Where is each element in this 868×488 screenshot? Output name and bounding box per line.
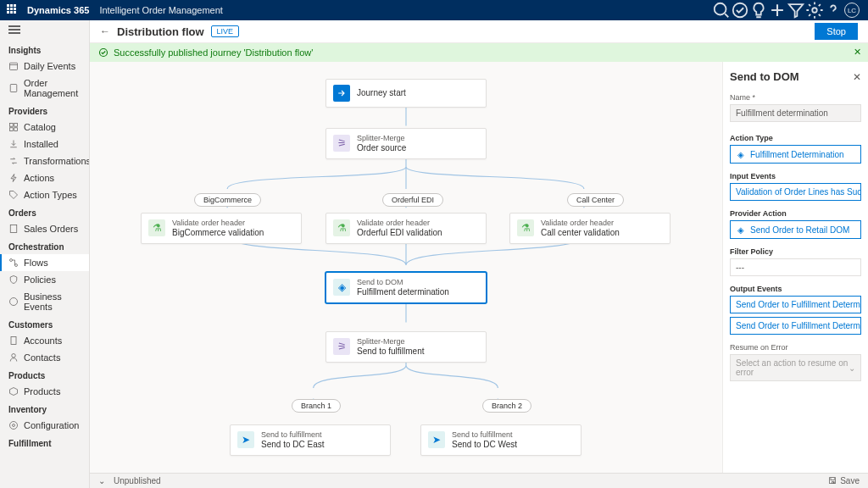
sidebar-item-policies[interactable]: Policies	[0, 271, 89, 288]
help-icon[interactable]	[824, 0, 843, 20]
bulb-icon[interactable]	[749, 0, 768, 20]
sidebar-item-order-mgmt[interactable]: Order Management	[0, 75, 89, 102]
sidebar-item-configuration[interactable]: Configuration	[0, 417, 89, 434]
flow-canvas[interactable]: Journey start ⚞ Splitter-MergeOrder sour…	[90, 62, 722, 488]
resume-select[interactable]: Select an action to resume on error ⌄	[730, 354, 861, 381]
start-icon	[333, 85, 350, 102]
sidebar-item-accounts[interactable]: Accounts	[0, 332, 89, 349]
sidebar-item-label: Sales Orders	[24, 224, 78, 234]
sidebar-item-label: Order Management	[24, 78, 81, 98]
sidebar-section: Fulfillment	[0, 434, 89, 451]
filter-icon[interactable]	[787, 0, 805, 20]
sidebar-item-actions[interactable]: Actions	[0, 169, 89, 186]
node-subtitle: Validate order header	[541, 219, 620, 228]
sidebar-item-daily-events[interactable]: Daily Events	[0, 58, 89, 75]
svg-point-15	[13, 424, 15, 427]
sidebar-item-action-types[interactable]: Action Types	[0, 186, 89, 203]
field-label: Filter Policy	[730, 247, 861, 256]
sidebar-item-catalog[interactable]: Catalog	[0, 119, 89, 136]
banner-close-icon[interactable]: ✕	[854, 47, 861, 58]
action-type-value[interactable]: ◈Fulfillment Determination	[730, 145, 861, 164]
add-icon[interactable]	[768, 0, 787, 20]
status-bar: ⌄ Unpublished 🖫 Save	[90, 473, 868, 488]
save-label[interactable]: Save	[840, 476, 860, 485]
node-title: Send to DC East	[261, 440, 324, 450]
node-subtitle: Send to fulfillment	[452, 430, 517, 440]
node-title: Orderful EDI validation	[357, 228, 442, 238]
node-subtitle: Send to fulfillment	[261, 430, 324, 440]
name-input[interactable]	[730, 104, 861, 122]
sidebar-section: Providers	[0, 102, 89, 119]
gear-icon[interactable]	[805, 0, 824, 20]
splitter-icon: ⚞	[333, 135, 350, 152]
sidebar-section: Inventory	[0, 400, 89, 417]
avatar[interactable]: LC	[843, 0, 861, 20]
calendar-icon	[8, 61, 19, 71]
svg-point-2	[812, 8, 817, 13]
sidebar-item-installed[interactable]: Installed	[0, 136, 89, 152]
node-title: Order source	[357, 143, 406, 153]
pill-branch-2[interactable]: Branch 2	[482, 399, 531, 413]
grid-icon	[8, 122, 19, 132]
node-send-to-fulfillment[interactable]: ⚞ Splitter-MergeSend to fulfillment	[326, 331, 487, 363]
hamburger-icon[interactable]	[0, 20, 89, 41]
sidebar-item-products[interactable]: Products	[0, 383, 89, 400]
box-icon	[8, 386, 19, 396]
document-icon	[8, 224, 19, 234]
node-journey-start[interactable]: Journey start	[326, 79, 487, 108]
sidebar-item-label: Business Events	[24, 291, 81, 312]
person-icon	[8, 352, 19, 363]
output-event-value[interactable]: Send Order to Fulfillment Determination …	[730, 317, 861, 335]
node-edi-validation[interactable]: ⚗ Validate order headerOrderful EDI vali…	[326, 213, 487, 244]
sidebar-item-flows[interactable]: Flows	[0, 254, 89, 271]
flask-icon: ⚗	[148, 219, 165, 236]
pill-bigcommerce[interactable]: BigCommerce	[194, 193, 261, 207]
panel-close-icon[interactable]: ✕	[853, 71, 861, 83]
output-event-value[interactable]: Send Order to Fulfillment Determination …	[730, 296, 861, 313]
tag-icon	[8, 190, 19, 200]
sidebar-item-transformations[interactable]: Transformations	[0, 152, 89, 169]
pill-call-center[interactable]: Call Center	[567, 193, 624, 207]
sidebar-item-business-events[interactable]: Business Events	[0, 288, 89, 315]
shield-icon	[8, 274, 19, 285]
sidebar-item-label: Catalog	[24, 122, 56, 132]
pill-orderful-edi[interactable]: Orderful EDI	[382, 193, 443, 207]
send-icon: ➤	[237, 431, 254, 448]
sidebar-item-label: Actions	[24, 173, 54, 183]
save-icon[interactable]: 🖫	[828, 476, 837, 485]
svg-rect-8	[14, 128, 18, 131]
node-send-dc-west[interactable]: ➤ Send to fulfillmentSend to DC West	[420, 424, 581, 456]
gear-icon	[8, 420, 19, 430]
check-circle-icon	[98, 47, 108, 58]
sidebar-item-label: Contacts	[24, 352, 60, 363]
task-icon[interactable]	[731, 0, 749, 20]
banner-message: Successfully published journey 'Distribu…	[114, 47, 313, 58]
node-subtitle: Validate order header	[172, 219, 264, 228]
node-send-dc-east[interactable]: ➤ Send to fulfillmentSend to DC East	[230, 424, 391, 456]
node-send-to-dom[interactable]: ◈ Send to DOMFulfillment determination	[326, 272, 487, 303]
back-icon[interactable]: ←	[100, 25, 110, 37]
sidebar-item-contacts[interactable]: Contacts	[0, 349, 89, 366]
node-title: Journey start	[357, 88, 406, 98]
node-title: Call center validation	[541, 228, 620, 238]
field-label: Provider Action	[730, 209, 861, 218]
field-label: Output Events	[730, 285, 861, 293]
node-title: Send to DC West	[452, 440, 517, 450]
app-launcher-icon[interactable]	[7, 4, 19, 16]
provider-action-value[interactable]: ◈Send Order to Retail DOM	[730, 220, 861, 239]
svg-point-16	[10, 422, 18, 430]
sidebar-item-sales-orders[interactable]: Sales Orders	[0, 220, 89, 237]
filter-policy-value[interactable]: ---	[730, 258, 861, 276]
chevron-down-icon[interactable]: ⌄	[98, 476, 105, 485]
search-icon[interactable]	[712, 0, 731, 20]
sidebar-section: Orchestration	[0, 237, 89, 254]
status-text: Unpublished	[114, 476, 161, 485]
node-order-source[interactable]: ⚞ Splitter-MergeOrder source	[326, 128, 487, 159]
node-bigcommerce-validation[interactable]: ⚗ Validate order headerBigCommerce valid…	[141, 213, 302, 244]
stop-button[interactable]: Stop	[815, 23, 858, 40]
flow-icon	[8, 258, 19, 268]
diamond-icon: ◈	[736, 149, 746, 159]
pill-branch-1[interactable]: Branch 1	[292, 399, 341, 413]
input-event-value[interactable]: Validation of Order Lines has Succeeded	[730, 183, 861, 201]
node-call-center-validation[interactable]: ⚗ Validate order headerCall center valid…	[509, 213, 670, 244]
